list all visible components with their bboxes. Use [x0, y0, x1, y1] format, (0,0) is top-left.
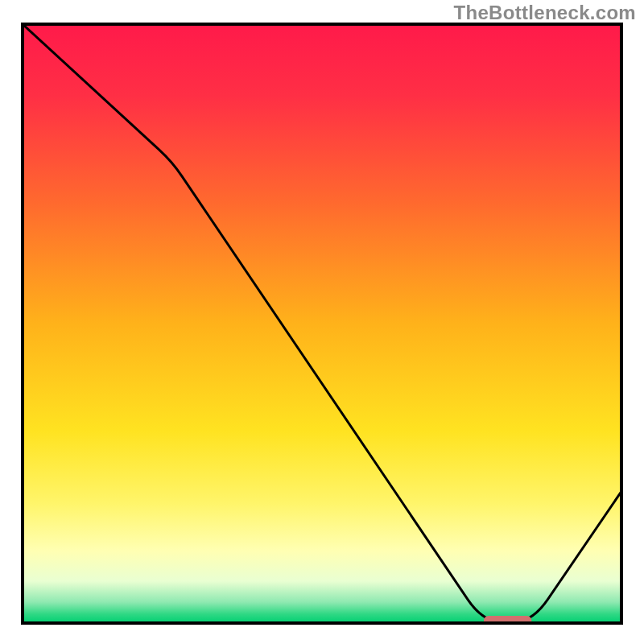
gradient-background — [23, 24, 621, 623]
watermark-text: TheBottleneck.com — [454, 2, 636, 24]
chart-container: TheBottleneck.com — [0, 0, 644, 644]
bottleneck-chart — [0, 0, 644, 644]
